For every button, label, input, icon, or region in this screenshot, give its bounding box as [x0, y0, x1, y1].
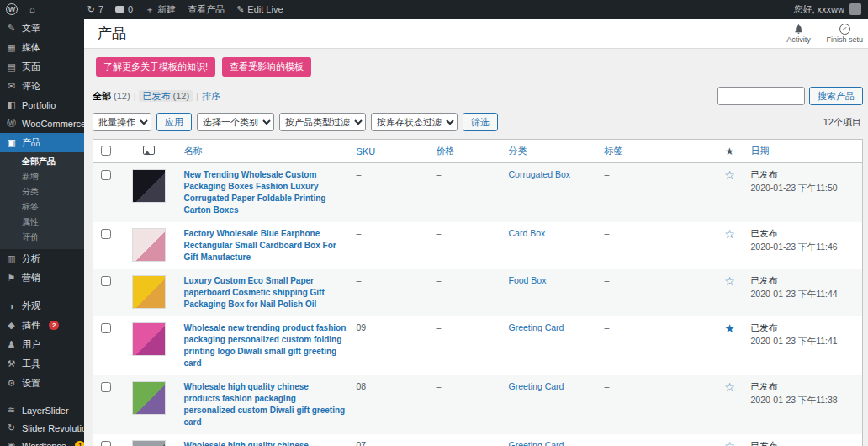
sidebar-item-comments[interactable]: ✉评论 [0, 77, 84, 96]
updates-menu[interactable]: ↻ 7 [82, 0, 109, 19]
wordpress-logo-icon: W [6, 3, 18, 15]
select-all-checkbox[interactable] [101, 146, 111, 156]
comments-menu[interactable]: 0 [109, 0, 139, 19]
column-header-date[interactable]: 日期 [746, 140, 863, 163]
column-header-price[interactable]: 价格 [431, 140, 504, 163]
sidebar-item-portfolio[interactable]: ◧Portfolio [0, 96, 84, 114]
product-thumbnail[interactable] [132, 381, 166, 415]
products-submenu-item[interactable]: 新增 [0, 169, 84, 184]
sidebar-item-plugins[interactable]: ◆插件2 [0, 316, 84, 335]
column-header-tags[interactable]: 标签 [600, 140, 714, 163]
sidebar-item-tools[interactable]: ⚒工具 [0, 354, 84, 374]
featured-star-icon[interactable]: ★ [724, 321, 735, 335]
column-header-sku[interactable]: SKU [352, 140, 431, 163]
products-submenu-item[interactable]: 分类 [0, 184, 84, 199]
bulk-action-select[interactable]: 批量操作 [93, 113, 151, 131]
price-cell: – [431, 163, 504, 223]
view-published[interactable]: 已发布 (12) [139, 90, 193, 102]
category-link[interactable]: Greeting Card [509, 440, 564, 446]
stock-status-filter-select[interactable]: 按库存状态过滤 [371, 113, 458, 131]
row-checkbox[interactable] [101, 382, 111, 392]
sidebar-item-woocommerce[interactable]: ⓌWooCommerce [0, 114, 84, 133]
sidebar-item-settings[interactable]: ⚙设置 [0, 374, 84, 393]
featured-star-icon[interactable]: ☆ [724, 227, 735, 241]
sidebar-item-layerslider[interactable]: ≋LayerSlider [0, 401, 84, 419]
view-sort[interactable]: 排序 [202, 91, 220, 101]
category-link[interactable]: Corrugated Box [509, 169, 571, 179]
product-name-link[interactable]: New Trending Wholesale Custom Packaging … [184, 169, 347, 216]
featured-star-icon[interactable]: ☆ [724, 380, 735, 394]
activity-button[interactable]: Activity [784, 24, 812, 44]
wp-logo-menu[interactable]: W [0, 0, 24, 19]
apply-button[interactable]: 应用 [156, 113, 192, 131]
sidebar-item-users[interactable]: ♟用户 [0, 335, 84, 354]
sidebar-item-marketing[interactable]: ⚑营销 [0, 268, 84, 288]
category-link[interactable]: Greeting Card [509, 381, 564, 391]
product-thumbnail[interactable] [132, 440, 166, 446]
featured-star-icon[interactable]: ☆ [724, 274, 735, 288]
view-all[interactable]: 全部 (12) [93, 91, 130, 101]
category-filter-select[interactable]: 选择一个类别 [197, 113, 274, 131]
page-header: 产品 Activity ✓ Finish setu [84, 19, 868, 49]
admin-bar-account[interactable]: 您好, xxxww [787, 0, 868, 19]
products-submenu-item[interactable]: 标签 [0, 199, 84, 215]
featured-star-icon[interactable]: ☆ [724, 439, 735, 446]
finish-setup-button[interactable]: ✓ Finish setu [826, 24, 863, 44]
category-link[interactable]: Card Box [509, 228, 546, 238]
products-submenu-item[interactable]: 属性 [0, 215, 84, 230]
comments-count: 0 [128, 4, 133, 14]
row-checkbox[interactable] [101, 170, 111, 180]
search-input[interactable] [717, 87, 805, 105]
sidebar-item-products[interactable]: ▣产品 [0, 133, 84, 152]
product-type-filter-select[interactable]: 按产品类型过滤 [279, 113, 366, 131]
category-cell: Corrugated Box [504, 163, 600, 223]
sidebar-item-analytics[interactable]: ▥分析 [0, 249, 84, 268]
sidebar-item-media[interactable]: ▦媒体 [0, 38, 84, 57]
row-checkbox[interactable] [101, 441, 111, 446]
featured-cell: ☆ [714, 434, 746, 446]
products-submenu-item[interactable]: 全部产品 [0, 154, 84, 169]
sidebar-item-appearance[interactable]: ◑外观 [0, 296, 84, 316]
column-header-category[interactable]: 分类 [504, 140, 600, 163]
featured-star-icon[interactable]: ☆ [724, 168, 735, 182]
category-link[interactable]: Food Box [509, 275, 547, 285]
product-thumbnail[interactable] [132, 275, 166, 309]
template-notice-button-1[interactable]: 了解更多关于模板的知识! [96, 57, 215, 77]
view-product-menu[interactable]: 查看产品 [182, 0, 230, 19]
sidebar-item-pages[interactable]: ▤页面 [0, 57, 84, 77]
row-checkbox[interactable] [101, 323, 111, 333]
products-submenu-item[interactable]: 评价 [0, 230, 84, 245]
check-circle-icon: ✓ [839, 24, 850, 35]
category-link[interactable]: Greeting Card [509, 322, 564, 332]
column-header-featured[interactable]: ★ [714, 140, 746, 163]
price-cell: – [431, 434, 504, 446]
date-cell: 已发布2020-01-23 下午11:44 [746, 269, 863, 316]
template-notice-button-2[interactable]: 查看受影响的模板 [222, 57, 311, 77]
product-name-link[interactable]: Wholesale high quality chinese products … [184, 381, 347, 428]
product-name-link[interactable]: Wholesale high quality chinese products … [184, 440, 347, 446]
row-checkbox[interactable] [101, 276, 111, 286]
sidebar-item-wordfence[interactable]: ◉Wordfence1 [0, 437, 84, 446]
product-thumbnail[interactable] [132, 169, 166, 203]
product-name-link[interactable]: Factory Wholesale Blue Earphone Rectangu… [184, 228, 347, 263]
search-products-button[interactable]: 搜索产品 [809, 87, 863, 105]
product-thumbnail[interactable] [132, 228, 166, 262]
category-cell: Greeting Card [504, 375, 600, 434]
column-header-name[interactable]: 名称 [179, 140, 352, 163]
row-checkbox[interactable] [101, 229, 111, 239]
sidebar-item-slider-revolution[interactable]: ↻Slider Revolution [0, 419, 84, 437]
edit-live-menu[interactable]: ✎ Edit Live [230, 0, 288, 19]
product-thumbnail[interactable] [132, 322, 166, 356]
product-name-link[interactable]: Wholesale new trending product fashion p… [184, 322, 347, 369]
site-home-menu[interactable]: ⌂ [24, 0, 41, 19]
filter-button[interactable]: 筛选 [463, 113, 498, 131]
new-content-menu[interactable]: ＋ 新建 [139, 0, 182, 19]
publish-status: 已发布 [751, 440, 858, 446]
product-name-link[interactable]: Luxury Custom Eco Small Paper paperboard… [184, 275, 347, 311]
sidebar-item-posts[interactable]: ✎文章 [0, 19, 84, 38]
category-cell: Greeting Card [504, 434, 600, 446]
template-notice-buttons: 了解更多关于模板的知识!查看受影响的模板 [96, 57, 863, 77]
row-checkbox-cell [93, 434, 119, 446]
pages-icon: ▤ [6, 61, 17, 72]
sidebar-item-label: 用户 [22, 338, 40, 351]
